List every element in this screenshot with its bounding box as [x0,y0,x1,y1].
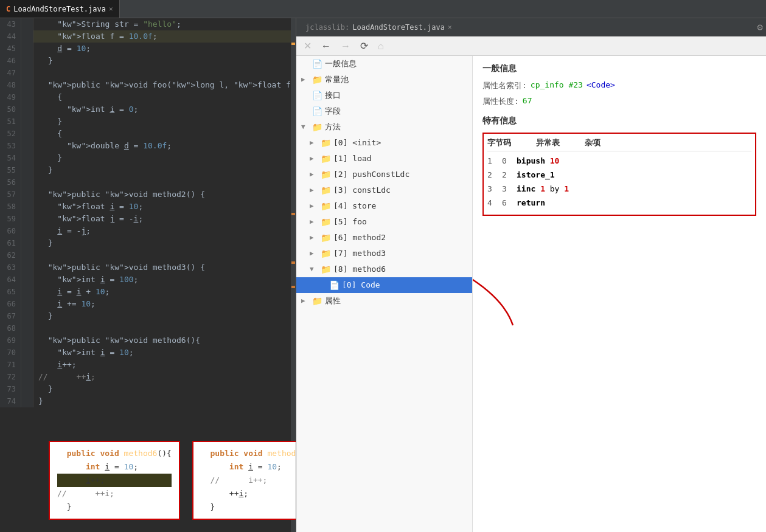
tree-item-methods[interactable]: ▼📁方法 [296,119,472,135]
gutter-68 [21,322,33,334]
jcl-content: 📄一般信息▶📁常量池📄接口📄字段▼📁方法▶📁[0] <init>▶📁[1] lo… [296,56,766,532]
popup-right-line-4: ++i; [201,487,296,500]
scroll-mark-2 [291,213,295,215]
line-number-63: 63 [0,261,21,274]
line-content-65: i = i + 10; [33,286,296,298]
jcl-filename: LoadAndStoreTest.java [352,23,445,32]
line-number-74: 74 [0,395,21,407]
code-line-46: 46 } [0,55,296,67]
home-button[interactable]: ⌂ [375,40,386,53]
tree-label-method2: [6] method2 [333,232,386,244]
gutter-64 [21,274,33,286]
code-line-49: 49 { [0,91,296,103]
tree-panel: 📄一般信息▶📁常量池📄接口📄字段▼📁方法▶📁[0] <init>▶📁[1] lo… [296,56,473,532]
code-line-58: 58 "kw">float i = 10; [0,201,296,213]
tree-item-init[interactable]: ▶📁[0] <init> [296,135,472,151]
line-number-64: 64 [0,274,21,286]
tree-item-general[interactable]: 📄一般信息 [296,56,472,72]
line-number-46: 46 [0,55,21,67]
jcl-tab[interactable]: jclasslib: LoadAndStoreTest.java ✕ [299,19,458,35]
tree-item-method6[interactable]: ▼📁[8] method6 [296,261,472,277]
line-content-53: "kw">double d = 10.0f; [33,140,296,152]
line-number-49: 49 [0,91,21,103]
gutter-54 [21,152,33,164]
tree-item-code[interactable]: 📄[0] Code [296,277,472,293]
code-line-57: 57 "kw">public "kw">void method2() { [0,188,296,201]
gutter-48 [21,79,33,91]
gutter-72 [21,371,33,383]
refresh-button[interactable]: ⟳ [358,39,371,53]
tree-folder-icon-constLdc: 📁 [321,184,331,196]
line-number-52: 52 [0,128,21,140]
bc-row-4: 4 6 return [487,197,751,209]
popup-line-3: i++; [57,474,172,487]
tree-label-foo: [5] foo [333,216,367,228]
tab-left[interactable]: C LoadAndStoreTest.java ✕ [0,0,120,18]
bc-num-1: 1 [487,155,500,167]
tree-item-load[interactable]: ▶📁[1] load [296,151,472,167]
popup-right-line-3: // i++; [201,474,296,487]
close-left-tab[interactable]: ✕ [109,5,113,13]
attr-name-row: 属性名索引: cp_info #23 <Code> [482,80,756,91]
gutter-65 [21,286,33,298]
tree-item-method2[interactable]: ▶📁[6] method2 [296,230,472,246]
tree-folder-icon-interface: 📄 [312,89,322,102]
line-number-53: 53 [0,140,21,152]
bc-instr-4: return [517,197,545,209]
gutter-73 [21,383,33,395]
bc-num-3: 3 [487,183,500,195]
bc-offset-2: 2 [502,169,514,181]
close-button[interactable]: ✕ [301,39,314,53]
tree-item-foo[interactable]: ▶📁[5] foo [296,214,472,230]
tree-item-store[interactable]: ▶📁[4] store [296,198,472,214]
forward-button[interactable]: → [338,40,353,53]
tree-item-interface[interactable]: 📄接口 [296,88,472,103]
tree-item-pushConstLdc[interactable]: ▶📁[2] pushConstLdc [296,167,472,182]
line-content-62 [33,249,296,261]
tree-item-fields[interactable]: 📄字段 [296,103,472,119]
tree-item-constants[interactable]: ▶📁常量池 [296,72,472,88]
tree-arrow-init: ▶ [310,137,318,149]
line-number-50: 50 [0,103,21,116]
back-button[interactable]: ← [319,40,333,53]
tab-bar: C LoadAndStoreTest.java ✕ [0,0,766,18]
close-jcl-tab[interactable]: ✕ [448,23,452,31]
tree-arrow-foo: ▶ [310,216,318,228]
popup-line-5: } [57,500,172,514]
line-number-51: 51 [0,116,21,128]
tree-item-attributes[interactable]: ▶📁属性 [296,293,472,309]
gutter-45 [21,43,33,55]
bc-row-2: 2 2 istore_1 [487,169,751,181]
tree-label-interface: 接口 [325,89,341,102]
code-line-50: 50 "kw">int i = 0; [0,103,296,116]
tree-item-constLdc[interactable]: ▶📁[3] constLdc [296,182,472,198]
code-line-68: 68 [0,322,296,334]
line-number-54: 54 [0,152,21,164]
line-content-59: "kw">float j = -i; [33,213,296,225]
gutter-57 [21,188,33,201]
code-line-52: 52 { [0,128,296,140]
bc-num-2: 2 [487,169,500,181]
tree-label-method3: [7] method3 [333,247,386,260]
tab-left-label: LoadAndStoreTest.java [13,5,106,13]
tree-folder-icon-general: 📄 [312,58,322,70]
settings-icon[interactable]: ⚙ [757,21,763,33]
line-number-69: 69 [0,334,21,347]
line-number-44: 44 [0,30,21,43]
line-number-58: 58 [0,201,21,213]
code-lines: 43 "kw">String str = "hello";44 "kw">flo… [0,18,296,407]
gutter-62 [21,249,33,261]
code-line-72: 72// ++i; [0,371,296,383]
popup-line-2: int i = 10; [57,460,172,474]
line-number-61: 61 [0,237,21,249]
tree-label-fields: 字段 [325,105,341,117]
line-content-69: "kw">public "kw">void method6(){ [33,334,296,347]
gutter-49 [21,91,33,103]
bytecode-table: 字节码 异常表 杂项 1 0 bipush 10 2 2 istore_ [482,133,756,216]
tree-arrow-attributes: ▶ [301,295,310,307]
tree-item-method3[interactable]: ▶📁[7] method3 [296,246,472,261]
popup-line-1: public void method6(){ [57,447,172,460]
line-content-56 [33,176,296,188]
line-content-68 [33,322,296,334]
tree-folder-icon-load: 📁 [321,153,331,165]
